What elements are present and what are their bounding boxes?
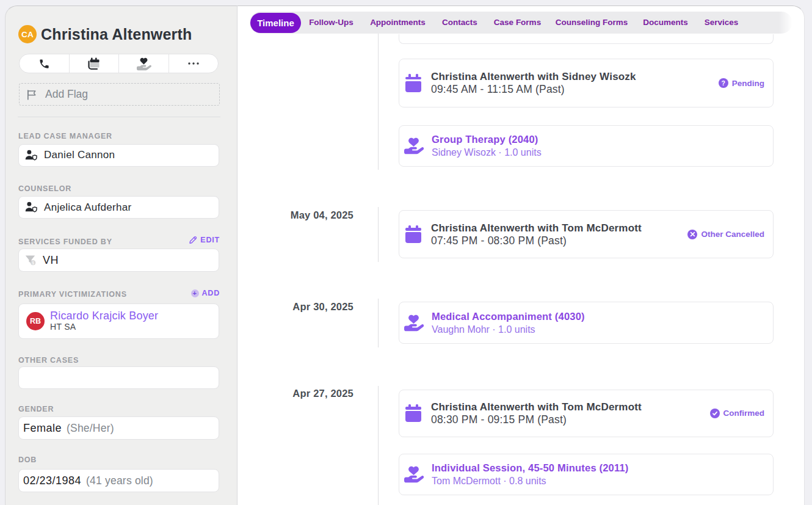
svg-text:$: $ bbox=[32, 261, 34, 266]
